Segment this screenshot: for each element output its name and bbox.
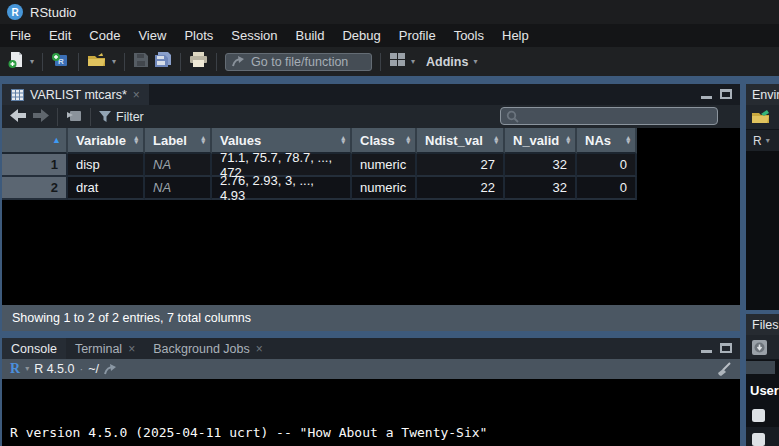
files-filter-strip[interactable] <box>746 361 775 374</box>
tab-close-icon[interactable]: × <box>128 343 135 355</box>
pane-layout-icon[interactable] <box>389 52 406 71</box>
dot-separator: · <box>79 363 83 375</box>
header-ndist-val[interactable]: Ndist_val▴▾ <box>417 128 505 154</box>
selector-dropdown-icon: ▾ <box>766 137 770 145</box>
sort-icon: ▴▾ <box>201 136 205 145</box>
header-variable[interactable]: Variable▴▾ <box>68 128 145 154</box>
cell-n-valid: 32 <box>505 177 577 200</box>
r-language-icon: R <box>10 361 20 377</box>
header-n-valid[interactable]: N_valid▴▾ <box>505 128 577 154</box>
status-text: Showing 1 to 2 of 2 entries, 7 total col… <box>12 311 251 325</box>
tab-files[interactable]: Files <box>752 318 778 332</box>
package-checkbox[interactable] <box>752 409 765 422</box>
console-output[interactable]: R version 4.5.0 (2025-04-11 ucrt) -- "Ho… <box>2 379 740 446</box>
files-pane: Files User <box>746 314 779 446</box>
addins-dropdown-icon[interactable]: ▾ <box>473 58 477 66</box>
menu-tools[interactable]: Tools <box>445 24 493 47</box>
tab-close-icon[interactable]: × <box>256 343 263 355</box>
filter-label: Filter <box>116 110 144 124</box>
back-icon[interactable] <box>10 108 27 126</box>
goto-placeholder-text: Go to file/function <box>251 55 348 69</box>
cell-label: NA <box>145 177 212 200</box>
table-search-input[interactable] <box>500 107 718 125</box>
files-toolbar <box>746 335 779 360</box>
print-icon[interactable] <box>189 51 208 72</box>
files-tabbar: Files <box>746 314 779 335</box>
menu-profile[interactable]: Profile <box>390 24 445 47</box>
tab-environment[interactable]: Envir <box>752 88 779 102</box>
menu-code[interactable]: Code <box>80 24 129 47</box>
save-icon[interactable] <box>133 52 149 72</box>
new-project-icon[interactable]: R <box>51 51 70 73</box>
tab-close-icon[interactable]: × <box>133 89 140 101</box>
menu-build[interactable]: Build <box>287 24 334 47</box>
filter-funnel-icon <box>99 111 111 122</box>
new-file-icon[interactable] <box>7 51 25 73</box>
console-tabbar: Console Terminal × Background Jobs × <box>2 338 740 359</box>
cell-values: 2.76, 2.93, 3, ..., 4.93 <box>212 177 352 200</box>
cell-rownum: 2 <box>2 177 68 200</box>
menu-edit[interactable]: Edit <box>40 24 80 47</box>
sort-icon: ▴▾ <box>566 136 570 145</box>
menu-plots[interactable]: Plots <box>175 24 222 47</box>
environment-toolbar <box>746 105 779 130</box>
tab-label: Console <box>11 342 57 356</box>
table-row[interactable]: 2 drat NA 2.76, 2.93, 3, ..., 4.93 numer… <box>2 177 637 200</box>
sort-icon: ▴▾ <box>406 136 410 145</box>
rstudio-logo-icon: R <box>7 4 23 20</box>
menu-file[interactable]: File <box>1 24 40 47</box>
varlist-table: ▲ Variable▴▾ Label▴▾ Values▴▾ Class▴▾ Nd… <box>2 128 637 200</box>
app-title: RStudio <box>30 5 76 20</box>
working-directory: ~/ <box>88 362 99 376</box>
package-row <box>746 427 779 446</box>
menu-help[interactable]: Help <box>493 24 538 47</box>
search-icon <box>506 110 519 123</box>
sort-icon: ▴▾ <box>341 136 345 145</box>
menu-session[interactable]: Session <box>222 24 286 47</box>
rstudio-window: R RStudio File Edit Code View Plots Sess… <box>0 0 779 446</box>
goto-file-function-input[interactable]: Go to file/function <box>225 53 372 71</box>
goto-arrow-icon <box>232 56 245 67</box>
maximize-pane-icon[interactable] <box>720 89 732 99</box>
filter-button[interactable]: Filter <box>99 110 144 124</box>
header-class[interactable]: Class▴▾ <box>352 128 417 154</box>
header-label[interactable]: Label▴▾ <box>145 128 212 154</box>
forward-icon[interactable] <box>32 108 49 126</box>
toolbar-separator <box>57 108 58 126</box>
header-nas[interactable]: NAs▴▾ <box>577 128 637 154</box>
environment-language-selector[interactable]: R ▾ <box>746 130 779 151</box>
goto-directory-icon[interactable] <box>104 364 117 375</box>
menu-debug[interactable]: Debug <box>333 24 389 47</box>
console-line: R version 4.5.0 (2025-04-11 ucrt) -- "Ho… <box>10 425 740 442</box>
new-file-dropdown-icon[interactable]: ▾ <box>30 58 34 66</box>
open-file-dropdown-icon[interactable]: ▾ <box>112 58 116 66</box>
toolbar-separator <box>124 53 125 71</box>
minimize-pane-icon[interactable] <box>701 90 712 99</box>
install-packages-icon[interactable] <box>751 339 768 356</box>
menu-view[interactable]: View <box>129 24 175 47</box>
clear-console-icon[interactable] <box>714 362 732 377</box>
cell-ndist-val: 27 <box>417 154 505 177</box>
header-rownum[interactable]: ▲ <box>2 128 68 154</box>
open-file-icon[interactable] <box>87 52 107 72</box>
menubar: File Edit Code View Plots Session Build … <box>0 24 779 47</box>
pane-layout-dropdown-icon[interactable]: ▾ <box>411 58 415 66</box>
tab-background-jobs[interactable]: Background Jobs × <box>144 338 272 359</box>
sort-icon: ▴▾ <box>626 136 630 145</box>
package-checkbox[interactable] <box>752 433 765 446</box>
r-version-dropdown-icon[interactable]: ▾ <box>25 365 29 373</box>
show-in-new-window-icon[interactable] <box>66 108 82 126</box>
cell-ndist-val: 22 <box>417 177 505 200</box>
cell-n-valid: 32 <box>505 154 577 177</box>
save-all-icon[interactable] <box>154 51 172 72</box>
toolbar-separator <box>42 53 43 71</box>
addins-button[interactable]: Addins <box>426 55 468 69</box>
tab-console[interactable]: Console <box>2 338 66 359</box>
minimize-pane-icon[interactable] <box>701 344 712 353</box>
titlebar: R RStudio <box>0 0 779 24</box>
tab-varlist-mtcars[interactable]: VARLIST mtcars* × <box>2 84 149 105</box>
tab-terminal[interactable]: Terminal × <box>66 338 144 359</box>
import-dataset-icon[interactable] <box>751 109 771 125</box>
maximize-pane-icon[interactable] <box>720 343 732 353</box>
cell-label: NA <box>145 154 212 177</box>
